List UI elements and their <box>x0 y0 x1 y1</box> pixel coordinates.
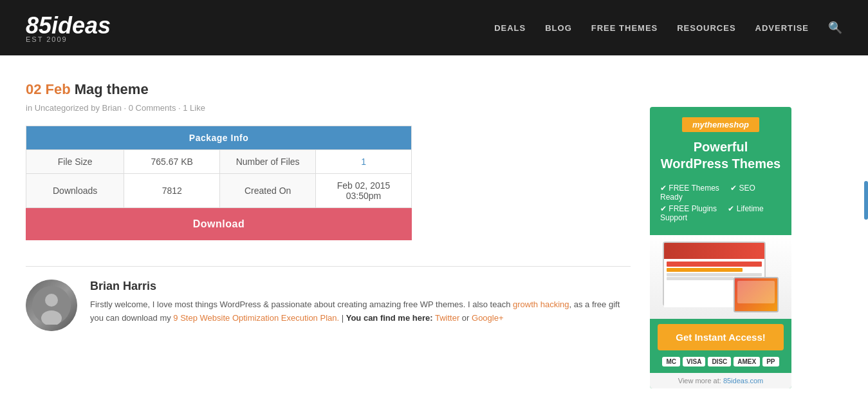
scrollbar[interactable] <box>864 181 868 220</box>
nav-blog[interactable]: BLOG <box>545 23 572 33</box>
bio-link-growth-hacking[interactable]: growth hacking <box>513 300 569 309</box>
ad-footer: View more at: 85ideas.com <box>650 373 791 388</box>
num-files-link[interactable]: 1 <box>361 157 366 167</box>
downloads-label: Downloads <box>26 174 124 208</box>
author-name: Brian Harris <box>90 280 631 293</box>
num-files-value: 1 <box>316 150 412 174</box>
file-size-value: 765.67 KB <box>124 150 220 174</box>
bio-or: or <box>459 313 472 323</box>
main-nav: DEALS BLOG FREE THEMES RESOURCES ADVERTI… <box>494 21 842 35</box>
sidebar: mythemeshop Powerful WordPress Themes ✔ … <box>650 68 791 388</box>
post-title: Mag theme <box>75 81 149 97</box>
search-icon[interactable]: 🔍 <box>828 21 842 35</box>
author-section: Brian Harris Firstly welcome, I love mos… <box>26 266 631 331</box>
logo-text: 85ideas <box>26 12 111 39</box>
ad-features: ✔ FREE Themes ✔ SEO Ready ✔ FREE Plugins… <box>650 178 791 230</box>
payment-amex: AMEX <box>734 357 760 367</box>
ad-headline: Powerful WordPress Themes <box>650 138 791 178</box>
payment-pp: PP <box>762 357 779 367</box>
package-table: Package Info File Size 765.67 KB Number … <box>26 126 412 208</box>
main-container: 02 FebMag theme in Uncategorized by Bria… <box>0 55 868 400</box>
post-header: 02 FebMag theme <box>26 81 631 98</box>
nav-advertise[interactable]: ADVERTISE <box>755 23 809 33</box>
file-size-label: File Size <box>26 150 124 174</box>
content-area: 02 FebMag theme in Uncategorized by Bria… <box>26 68 631 388</box>
bio-text-1: Firstly welcome, I love most things Word… <box>90 300 513 309</box>
avatar <box>26 280 77 331</box>
bio-link-plan[interactable]: 9 Step Website Optimization Execution Pl… <box>173 313 339 323</box>
ad-box: mythemeshop Powerful WordPress Themes ✔ … <box>650 107 791 388</box>
num-files-label: Number of Files <box>220 150 316 174</box>
package-header: Package Info <box>26 126 412 150</box>
feature-1a: ✔ FREE Themes <box>660 184 719 193</box>
ad-badge: mythemeshop <box>682 117 759 132</box>
bio-link-twitter[interactable]: Twitter <box>435 313 459 323</box>
payment-icons: MC VISA DISC AMEX PP <box>650 357 791 373</box>
download-button[interactable]: Download <box>26 208 412 240</box>
bio-bold: You can find me here: <box>346 313 433 323</box>
svg-point-1 <box>45 294 58 307</box>
logo[interactable]: 85ideas EST 2009 <box>26 12 111 43</box>
nav-resources[interactable]: RESOURCES <box>677 23 735 33</box>
author-bio: Firstly welcome, I love most things Word… <box>90 298 631 325</box>
bio-link-google[interactable]: Google+ <box>472 313 504 323</box>
author-info: Brian Harris Firstly welcome, I love mos… <box>90 280 631 325</box>
payment-visa: VISA <box>683 357 705 367</box>
bio-sep: | <box>339 313 346 323</box>
ad-cta-button[interactable]: Get Instant Access! <box>658 324 784 350</box>
feature-2a: ✔ FREE Plugins <box>660 204 717 213</box>
nav-free-themes[interactable]: FREE THEMES <box>591 23 658 33</box>
post-date: 02 Feb <box>26 81 71 97</box>
created-value: Feb 02, 2015 03:50pm <box>316 174 412 208</box>
ad-screenshot <box>650 235 791 319</box>
nav-deals[interactable]: DEALS <box>494 23 526 33</box>
ad-footer-link[interactable]: 85ideas.com <box>723 377 763 385</box>
ad-footer-text: View more at: <box>678 377 721 385</box>
payment-disc: DISC <box>708 357 731 367</box>
created-label: Created On <box>220 174 316 208</box>
payment-mc: MC <box>662 357 680 367</box>
downloads-value: 7812 <box>124 174 220 208</box>
site-header: 85ideas EST 2009 DEALS BLOG FREE THEMES … <box>0 0 868 55</box>
post-meta: in Uncategorized by Brian · 0 Comments ·… <box>26 103 631 113</box>
